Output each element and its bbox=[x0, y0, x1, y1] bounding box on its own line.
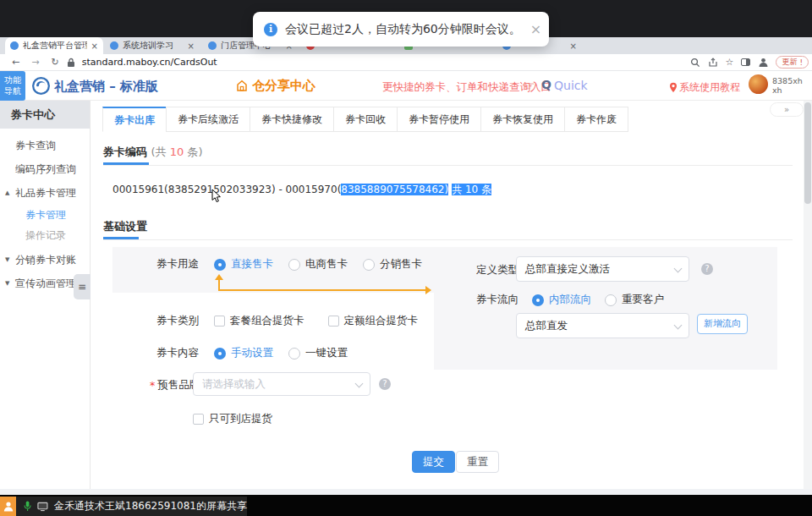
bookmark-star-icon[interactable]: ☆ bbox=[726, 57, 734, 68]
quick-label[interactable]: Quick bbox=[554, 79, 588, 92]
browser-tab-2[interactable]: 系统培训学习 × bbox=[105, 37, 200, 54]
sidebar-item-operation-records[interactable]: 操作记录 bbox=[0, 225, 91, 245]
store-only-row: 只可到店提货 bbox=[193, 412, 272, 426]
user-avatar[interactable] bbox=[749, 74, 768, 94]
define-type-select[interactable]: 总部直接定义激活 bbox=[516, 256, 689, 282]
brand-select[interactable]: 请选择或输入 bbox=[193, 372, 370, 396]
back-icon[interactable]: ← bbox=[12, 57, 19, 68]
arrow-horizontal bbox=[218, 289, 426, 291]
arrow-right-head bbox=[425, 286, 431, 294]
split-view-icon[interactable] bbox=[741, 58, 750, 66]
tab-followup-activate[interactable]: 券卡后续激活 bbox=[166, 107, 250, 132]
system-tutorial-link[interactable]: 系统使用教程 bbox=[679, 80, 740, 95]
tab-recycle[interactable]: 券卡回收 bbox=[333, 107, 398, 132]
url-text[interactable]: standard.maboy.cn/CardsOut bbox=[82, 57, 683, 68]
checkbox-store-pickup-only[interactable]: 只可到店提货 bbox=[193, 412, 272, 426]
category-opt1-label: 套餐组合提货卡 bbox=[230, 314, 304, 328]
codes-count-suffix: 条) bbox=[184, 145, 202, 158]
meeting-toast: i 会议已超过2人，自动转为60分钟限时会议。 × bbox=[253, 12, 549, 47]
reset-button[interactable]: 重置 bbox=[456, 451, 499, 473]
panel-collapse-button[interactable]: » bbox=[770, 102, 804, 117]
app-header: 功能 导航 礼盒营销 – 标准版 仓分享中心 更快捷的券卡、订单和快递查询入口 … bbox=[0, 71, 812, 101]
user-name: 8385xh xh bbox=[772, 76, 803, 95]
reload-icon[interactable]: ↻ bbox=[51, 57, 58, 68]
chrome-update-button[interactable]: 更新 ! bbox=[776, 56, 809, 69]
tab-cards-out[interactable]: 券卡出库 bbox=[102, 107, 167, 132]
submit-button[interactable]: 提交 bbox=[412, 451, 455, 473]
define-type-label: 定义类型 bbox=[476, 263, 518, 277]
sidebar-item-card-management[interactable]: 券卡管理 bbox=[0, 205, 91, 225]
triangle-down-icon: ▼ bbox=[5, 273, 9, 294]
browser-tab-1[interactable]: 礼盒营销平台管理中心 × bbox=[5, 37, 103, 54]
nav-badge-line2: 导航 bbox=[0, 85, 25, 96]
share-page-icon[interactable] bbox=[708, 58, 718, 68]
radio-direct-sale[interactable]: 直接售卡 bbox=[214, 257, 273, 272]
sidebar-item-card-query[interactable]: 券卡查询 bbox=[0, 135, 91, 156]
tab-close-icon[interactable]: × bbox=[188, 41, 195, 51]
sharer-avatar-icon bbox=[0, 497, 16, 516]
quick-q-icon[interactable]: Q bbox=[541, 78, 551, 91]
triangle-down-icon: ▼ bbox=[5, 250, 9, 270]
usage-opt3-label: 分销售卡 bbox=[380, 257, 422, 272]
function-nav-badge[interactable]: 功能 导航 bbox=[0, 71, 25, 101]
tab-close-icon[interactable]: × bbox=[91, 41, 98, 51]
mouse-cursor bbox=[211, 189, 222, 207]
radio-important-customer[interactable]: 重要客户 bbox=[605, 293, 664, 307]
required-asterisk: * bbox=[150, 379, 155, 392]
pointing-hand-icon: ☞ bbox=[524, 79, 535, 92]
checkbox-combo-pickup-card[interactable]: 套餐组合提货卡 bbox=[214, 314, 304, 328]
nav-badge-line1: 功能 bbox=[0, 74, 25, 85]
update-label: 更新 bbox=[782, 57, 797, 68]
radio-off-icon bbox=[605, 294, 617, 306]
radio-distribution-sale[interactable]: 分销售卡 bbox=[363, 257, 422, 272]
sidebar-item-code-sequence-query[interactable]: 编码序列查询 bbox=[0, 159, 91, 179]
sidebar-item-gift-card-management[interactable]: ▲ 礼品券卡管理 bbox=[0, 183, 91, 203]
page-scrollbar[interactable] bbox=[804, 101, 812, 489]
help-icon[interactable]: ? bbox=[701, 263, 713, 275]
tab-title: 礼盒营销平台管理中心 bbox=[23, 40, 87, 52]
content-opt2-label: 一键设置 bbox=[305, 346, 348, 360]
radio-manual-setting[interactable]: 手动设置 bbox=[214, 346, 273, 360]
user-id: 8385xh bbox=[772, 76, 803, 85]
flow-opt2-label: 重要客户 bbox=[622, 293, 664, 307]
tab-close-icon[interactable]: × bbox=[570, 41, 577, 51]
zoom-icon[interactable] bbox=[690, 58, 700, 68]
define-type-value: 总部直接定义激活 bbox=[525, 262, 610, 275]
add-flow-button[interactable]: 新增流向 bbox=[697, 314, 748, 334]
info-icon: i bbox=[264, 23, 277, 36]
tab-favicon bbox=[10, 41, 19, 50]
tab-suspend[interactable]: 券卡暂停使用 bbox=[397, 107, 481, 132]
help-icon[interactable]: ? bbox=[379, 378, 391, 390]
card-code-range[interactable]: 00015961(8385291502033923) - 00015970(83… bbox=[112, 183, 491, 197]
checkbox-icon bbox=[193, 414, 204, 425]
lock-icon bbox=[67, 58, 75, 68]
brand-placeholder: 请选择或输入 bbox=[202, 377, 266, 390]
code-range-plain: 00015961(8385291502033923) - 00015970( bbox=[112, 184, 341, 195]
tab-quick-modify[interactable]: 券卡快捷修改 bbox=[250, 107, 334, 132]
forward-icon[interactable]: → bbox=[31, 57, 39, 68]
profile-icon[interactable] bbox=[758, 57, 769, 68]
sidebar-item-distribution-reconciliation[interactable]: ▼ 分销券卡对账 bbox=[0, 250, 91, 270]
tab-favicon bbox=[208, 41, 217, 50]
codes-section-title: 券卡编码 (共 10 条) bbox=[103, 145, 203, 160]
tab-resume[interactable]: 券卡恢复使用 bbox=[480, 107, 565, 132]
scrollbar-thumb[interactable] bbox=[804, 102, 811, 204]
radio-one-click-setting[interactable]: 一键设置 bbox=[288, 346, 348, 360]
usage-opt1-label: 直接售卡 bbox=[231, 257, 273, 272]
sidebar: 券卡中心 券卡查询 编码序列查询 ▲ 礼品券卡管理 券卡管理 操作记录 ▼ 分销… bbox=[0, 101, 91, 489]
content-row: 券卡内容 手动设置 一键设置 bbox=[156, 346, 348, 360]
share-center-link[interactable]: 仓分享中心 bbox=[236, 78, 315, 94]
section-divider bbox=[103, 165, 793, 166]
toast-close-icon[interactable]: × bbox=[530, 21, 541, 37]
brand-title: 礼盒营销 – 标准版 bbox=[54, 79, 158, 95]
radio-internal-flow[interactable]: 内部流向 bbox=[532, 293, 591, 307]
flow-select[interactable]: 总部直发 bbox=[516, 313, 689, 338]
usage-opt2-label: 电商售卡 bbox=[305, 257, 348, 272]
radio-off-icon bbox=[288, 259, 300, 271]
radio-ecommerce-sale[interactable]: 电商售卡 bbox=[288, 257, 348, 272]
tab-void[interactable]: 券卡作废 bbox=[564, 107, 628, 132]
define-panel: 定义类型 总部直接定义激活 ? 券卡流向 内部流向 重要客户 总部直发 bbox=[434, 247, 777, 370]
sidebar-collapse-handle[interactable]: ≡ bbox=[74, 274, 91, 299]
checkbox-fixed-combo-pickup-card[interactable]: 定额组合提货卡 bbox=[328, 314, 419, 328]
codes-count: 10 bbox=[170, 145, 184, 158]
